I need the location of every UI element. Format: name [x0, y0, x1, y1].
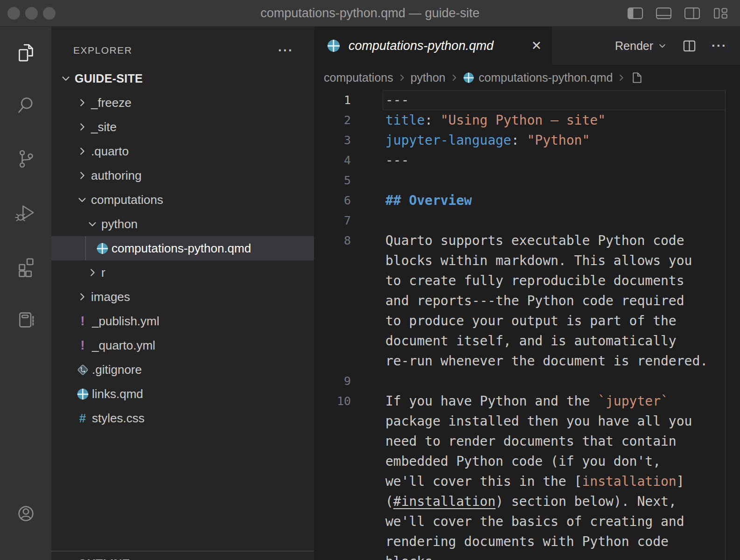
editor-actions: Render ··· — [615, 27, 727, 65]
close-tab-icon[interactable]: ✕ — [531, 38, 542, 53]
minimize-window-button[interactable] — [25, 7, 38, 20]
vscode-window: computations-python.qmd — guide-site EXP… — [0, 0, 740, 560]
activity-bar-item-notebook[interactable] — [0, 307, 51, 333]
workbench: EXPLORER ··· GUIDE-SITE_freeze_site.quar… — [0, 27, 740, 560]
tree-item-guide-site[interactable]: GUIDE-SITE — [51, 66, 314, 91]
code-line-4: 4--- — [314, 150, 740, 170]
tree-item-quarto-yml[interactable]: !_quarto.yml — [51, 333, 314, 357]
toggle-primary-sidebar-icon[interactable] — [626, 6, 644, 21]
tree-item-python[interactable]: python — [51, 212, 314, 236]
tree-item-label: _freeze — [91, 96, 132, 110]
code-line-wrap: (#installation) section below). Next, — [314, 491, 740, 511]
tree-item-site[interactable]: _site — [51, 115, 314, 139]
tree-item-label: _site — [91, 120, 117, 134]
breadcrumb-item-computations[interactable]: computations — [324, 71, 393, 84]
tree-item-r[interactable]: r — [51, 260, 314, 285]
tree-item-label: r — [101, 266, 105, 280]
tree-item-label: .quarto — [91, 144, 129, 159]
code-line-wrap: we'll cover this in the [installation] — [314, 471, 740, 491]
layout-controls — [626, 0, 730, 26]
code-line-10: 10If you have Python and the `jupyter` — [314, 391, 740, 411]
window-controls — [7, 0, 56, 26]
chevron-right-icon — [75, 168, 90, 183]
breadcrumb: computations python computations-python.… — [314, 65, 740, 90]
yaml-icon: ! — [75, 313, 91, 329]
line-number: 8 — [314, 234, 351, 247]
tree-item-label: computations-python.qmd — [112, 241, 251, 256]
tree-item-links-qmd[interactable]: links.qmd — [51, 382, 314, 406]
activity-bar-item-source-control[interactable] — [0, 146, 51, 172]
tree-item-label: python — [101, 217, 138, 231]
split-editor-icon[interactable] — [682, 39, 697, 53]
activity-bar-item-explorer[interactable] — [0, 40, 51, 66]
line-number: 5 — [314, 174, 351, 187]
line-number: 6 — [314, 194, 351, 207]
toggle-panel-icon[interactable] — [655, 6, 673, 21]
tree-item-quarto[interactable]: .quarto — [51, 139, 314, 163]
tree-item-styles-css[interactable]: #styles.css — [51, 406, 314, 430]
tree-item-publish-yml[interactable]: !_publish.yml — [51, 309, 314, 333]
tree-item-label: links.qmd — [92, 387, 143, 401]
activity-bar-item-settings[interactable] — [0, 550, 51, 560]
quarto-icon — [463, 72, 475, 84]
code-line-wrap: blocks within markdown. This allows you — [314, 251, 740, 271]
render-label: Render — [615, 39, 653, 53]
tree-item-computations[interactable]: computations — [51, 188, 314, 212]
editor-more-actions-icon[interactable]: ··· — [712, 43, 727, 48]
explorer-header: EXPLORER ··· — [51, 27, 314, 66]
chevron-down-icon — [75, 192, 90, 207]
activity-bar-item-account[interactable] — [0, 500, 51, 526]
breadcrumb-item-python[interactable]: python — [411, 71, 446, 84]
tree-item-label: styles.css — [92, 411, 145, 426]
line-number: 2 — [314, 113, 351, 127]
customize-layout-icon[interactable] — [712, 6, 730, 21]
search-icon — [14, 94, 37, 117]
window-title: computations-python.qmd — guide-site — [260, 6, 480, 21]
activity-bar-item-run-and-debug[interactable] — [0, 199, 51, 225]
code-line-wrap: blocks. — [314, 552, 740, 560]
tree-item-gitignore[interactable]: .gitignore — [51, 357, 314, 382]
chevron-right-icon — [61, 557, 76, 560]
git-icon — [75, 362, 91, 378]
breadcrumb-item-file[interactable]: computations-python.qmd — [479, 71, 613, 84]
outline-section-header[interactable]: OUTLINE — [51, 551, 314, 560]
editor-group: computations-python.qmd ✕ Render ··· com… — [314, 27, 740, 560]
chevron-right-icon — [75, 119, 90, 134]
chevron-right-icon — [75, 95, 90, 110]
code-line-wrap: embedded Python code (if you don't, — [314, 451, 740, 471]
tree-item-computations-python-qmd[interactable]: computations-python.qmd — [51, 236, 314, 260]
toggle-secondary-sidebar-icon[interactable] — [683, 6, 701, 21]
chevron-right-icon — [75, 289, 90, 304]
editor-content[interactable]: 1---2title: "Using Python — site"3jupyte… — [314, 90, 740, 560]
chevron-down-icon — [657, 41, 667, 51]
code-line-7: 7 — [314, 210, 740, 231]
code-line-8: 8Quarto supports executable Python code — [314, 231, 740, 251]
chevron-right-icon — [398, 73, 406, 82]
account-icon — [14, 502, 37, 525]
code-line-wrap: document itself, and is automatically — [314, 331, 740, 351]
chevron-right-icon — [75, 144, 90, 159]
code-line-wrap: package installed then you have all you — [314, 411, 740, 431]
activity-bar-item-extensions[interactable] — [0, 253, 51, 279]
tree-item-freeze[interactable]: _freeze — [51, 91, 314, 115]
activity-bar-item-search[interactable] — [0, 92, 51, 118]
code-line-wrap: and reports---the Python code required — [314, 291, 740, 311]
tree-item-label: _quarto.yml — [92, 338, 155, 353]
tree-item-label: authoring — [91, 168, 141, 183]
tree-item-authoring[interactable]: authoring — [51, 163, 314, 188]
tree-item-images[interactable]: images — [51, 285, 314, 309]
notebook-icon — [14, 308, 37, 331]
close-window-button[interactable] — [7, 7, 20, 20]
overview-ruler[interactable] — [725, 90, 726, 560]
code-line-2: 2title: "Using Python — site" — [314, 110, 740, 130]
line-number: 7 — [314, 214, 351, 227]
zoom-window-button[interactable] — [43, 7, 56, 20]
render-button[interactable]: Render — [615, 39, 667, 53]
line-number: 3 — [314, 133, 351, 147]
explorer-more-actions-icon[interactable]: ··· — [278, 48, 293, 53]
tab-computations-python-qmd[interactable]: computations-python.qmd ✕ — [314, 27, 552, 65]
code-line-wrap: to create fully reproducible documents — [314, 271, 740, 291]
outline-label: OUTLINE — [78, 557, 130, 560]
code-line-wrap: to produce your output is part of the — [314, 311, 740, 331]
file-tree: GUIDE-SITE_freeze_site.quartoauthoringco… — [51, 66, 314, 430]
